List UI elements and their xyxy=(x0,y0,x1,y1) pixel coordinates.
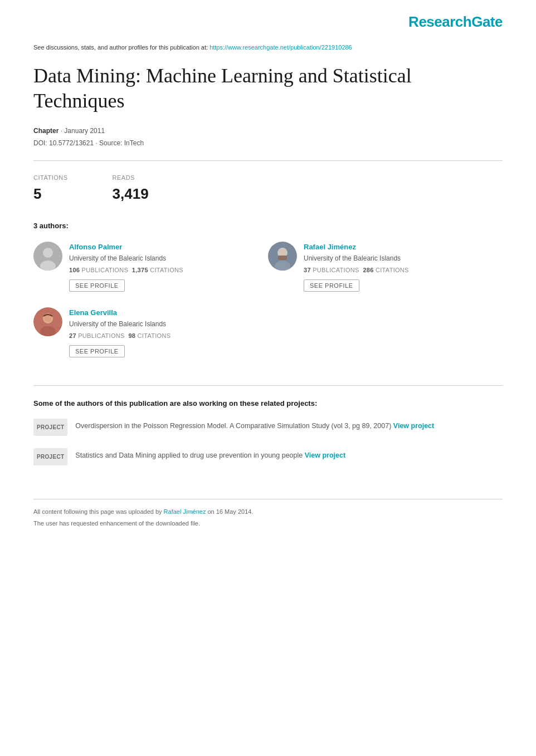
author-info-rafael: Rafael Jiménez University of the Baleari… xyxy=(304,242,491,292)
author-name-1[interactable]: Alfonso Palmer xyxy=(69,242,257,253)
avatar-icon-alfonso xyxy=(33,242,62,271)
reads-stat: READS 3,419 xyxy=(113,173,149,205)
svg-point-1 xyxy=(43,248,53,258)
project-item-2: Project Statistics and Data Mining appli… xyxy=(33,448,503,465)
page-container: ResearchGate See discussions, stats, and… xyxy=(0,0,536,563)
author-info-alfonso: Alfonso Palmer University of the Baleari… xyxy=(69,242,257,292)
reads-label: READS xyxy=(113,173,149,183)
publication-doi: DOI: 10.5772/13621 · Source: InTech xyxy=(33,138,503,148)
project-item-1: Project Overdispersion in the Poisson Re… xyxy=(33,419,503,436)
svg-rect-7 xyxy=(278,256,287,260)
see-profile-button-1[interactable]: SEE PROFILE xyxy=(69,279,125,292)
divider-2 xyxy=(33,385,503,386)
reads-value: 3,419 xyxy=(113,183,149,205)
avatar-icon-rafael xyxy=(268,242,297,271)
author-affiliation-1: University of the Balearic Islands xyxy=(69,253,257,263)
svg-point-6 xyxy=(279,249,286,257)
avatar-icon-elena xyxy=(33,307,62,336)
divider-1 xyxy=(33,160,503,161)
avatar-elena xyxy=(33,307,62,336)
authors-section: 3 authors: Alfonso Palmer University of … xyxy=(33,220,503,373)
footer-uploader-link[interactable]: Rafael Jiménez xyxy=(164,508,206,515)
avatar-rafael xyxy=(268,242,297,271)
author-info-elena: Elena Gervilla University of the Baleari… xyxy=(69,307,257,357)
publication-type-date: Chapter · January 2011 xyxy=(33,126,503,136)
project-text-2: Statistics and Data Mining applied to dr… xyxy=(75,448,345,461)
researchgate-logo: ResearchGate xyxy=(408,13,503,30)
citations-value: 5 xyxy=(33,183,68,205)
logo-area: ResearchGate xyxy=(33,11,503,33)
see-discussions-line: See discussions, stats, and author profi… xyxy=(33,43,503,52)
author-affiliation-2: University of the Balearic Islands xyxy=(304,253,491,263)
author-stats-2: 37 PUBLICATIONS 286 CITATIONS xyxy=(304,266,491,275)
publication-title: Data Mining: Machine Learning and Statis… xyxy=(33,63,503,114)
author-stats-1: 106 PUBLICATIONS 1,375 CITATIONS xyxy=(69,266,257,275)
project-badge-1: Project xyxy=(33,419,67,436)
footer-note: The user has requested enhancement of th… xyxy=(33,519,503,528)
author-name-2[interactable]: Rafael Jiménez xyxy=(304,242,491,253)
authors-heading: 3 authors: xyxy=(33,220,503,232)
author-card-2: Rafael Jiménez University of the Baleari… xyxy=(268,242,503,292)
project-badge-2: Project xyxy=(33,448,67,465)
author-card-3: Elena Gervilla University of the Baleari… xyxy=(33,307,268,357)
author-name-3[interactable]: Elena Gervilla xyxy=(69,307,257,318)
citations-stat: CITATIONS 5 xyxy=(33,173,68,205)
footer-upload-line: All content following this page was uplo… xyxy=(33,507,503,517)
authors-grid: Alfonso Palmer University of the Baleari… xyxy=(33,242,503,373)
see-profile-button-2[interactable]: SEE PROFILE xyxy=(304,279,359,292)
related-projects-section: Some of the authors of this publication … xyxy=(33,398,503,466)
author-card-1: Alfonso Palmer University of the Baleari… xyxy=(33,242,268,292)
view-project-link-1[interactable]: View project xyxy=(393,422,434,430)
project-text-1: Overdispersion in the Poisson Regression… xyxy=(75,419,434,431)
author-stats-3: 27 PUBLICATIONS 98 CITATIONS xyxy=(69,331,257,341)
avatar-alfonso xyxy=(33,242,62,271)
related-projects-heading: Some of the authors of this publication … xyxy=(33,398,503,409)
footer: All content following this page was uplo… xyxy=(33,499,503,528)
publication-url-link[interactable]: https://www.researchgate.net/publication… xyxy=(209,44,352,51)
author-affiliation-3: University of the Balearic Islands xyxy=(69,319,257,329)
stats-row: CITATIONS 5 READS 3,419 xyxy=(33,173,503,205)
citations-label: CITATIONS xyxy=(33,173,68,183)
view-project-link-2[interactable]: View project xyxy=(305,451,345,459)
see-profile-button-3[interactable]: SEE PROFILE xyxy=(69,345,125,357)
